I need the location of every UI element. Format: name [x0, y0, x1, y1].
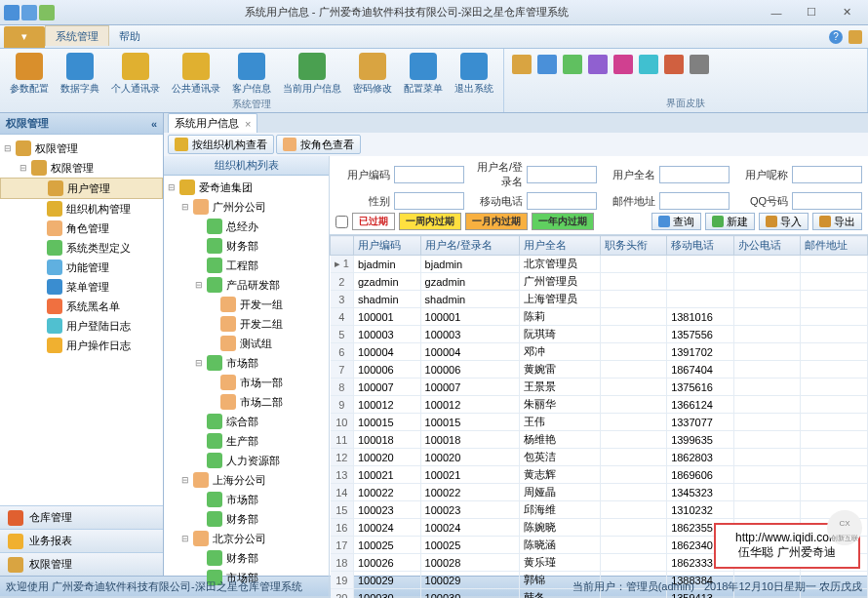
grid-header[interactable]: 移动电话	[667, 236, 734, 256]
org-tree-item[interactable]: 生产部	[166, 431, 327, 451]
quick-icon[interactable]	[39, 5, 55, 20]
org-tree-item[interactable]: ⊟爱奇迪集团	[166, 178, 327, 197]
expand-icon[interactable]: ⊟	[195, 358, 205, 368]
expand-icon[interactable]	[35, 262, 45, 272]
table-row[interactable]: 2gzadmingzadmin广州管理员	[331, 273, 868, 291]
nav-stack-item[interactable]: 仓库管理	[0, 505, 163, 529]
expand-icon[interactable]	[35, 282, 45, 292]
org-tree-item[interactable]: ⊟北京分公司	[166, 529, 327, 548]
org-tree-item[interactable]: 财务部	[166, 509, 327, 529]
ribbon-button[interactable]: 当前用户信息	[277, 51, 347, 98]
org-tree-item[interactable]: 开发二组	[166, 314, 327, 334]
view-tab[interactable]: 按组织机构查看	[168, 135, 274, 154]
expand-icon[interactable]	[195, 514, 205, 524]
org-tree-item[interactable]: ⊟广州分公司	[166, 197, 327, 217]
grid-header[interactable]	[331, 236, 354, 256]
action-button[interactable]: 新建	[705, 213, 755, 230]
expand-icon[interactable]	[195, 221, 205, 231]
table-row[interactable]: 5100003100003阮琪琦1357556	[331, 326, 868, 343]
table-row[interactable]: 4100001100001陈莉1381016	[331, 308, 868, 326]
org-tree-item[interactable]: 市场一部	[166, 373, 327, 392]
skin-icon[interactable]	[664, 55, 684, 74]
expand-icon[interactable]	[195, 241, 205, 251]
nav-tree-item[interactable]: ⊟权限管理	[0, 139, 163, 158]
table-row[interactable]: 7100006100006黄婉雷1867404	[331, 361, 868, 379]
filter-input[interactable]	[394, 166, 464, 183]
org-tree-item[interactable]: 工程部	[166, 256, 327, 275]
table-row[interactable]: 6100004100004邓冲1391702	[331, 343, 868, 361]
action-button[interactable]: 导出	[812, 213, 862, 230]
close-button[interactable]: ✕	[829, 3, 864, 22]
document-tab[interactable]: 系统用户信息 ×	[168, 113, 257, 133]
ribbon-button[interactable]: 客户信息	[226, 51, 277, 98]
collapse-icon[interactable]: «	[151, 118, 157, 130]
expand-icon[interactable]	[35, 301, 45, 311]
expand-icon[interactable]: ⊟	[181, 534, 191, 543]
filter-input[interactable]	[792, 192, 862, 210]
grid-header[interactable]: 用户名/登录名	[420, 236, 519, 256]
filter-input[interactable]	[394, 192, 464, 210]
menu-item[interactable]: 系统管理	[45, 25, 109, 46]
grid-header[interactable]: 邮件地址	[801, 236, 868, 256]
nav-tree-item[interactable]: 用户登陆日志	[0, 316, 163, 336]
close-tab-icon[interactable]: ×	[245, 118, 251, 130]
ribbon-button[interactable]: 个人通讯录	[105, 51, 166, 98]
org-tree-item[interactable]: 人力资源部	[166, 451, 327, 470]
ribbon-button[interactable]: 数据字典	[55, 51, 105, 98]
skin-icon[interactable]	[537, 55, 557, 74]
org-tree-item[interactable]: 市场部	[166, 490, 327, 509]
action-button[interactable]: 导入	[759, 213, 809, 230]
expand-icon[interactable]	[36, 183, 46, 193]
skin-icon[interactable]	[690, 55, 709, 74]
quick-icon[interactable]	[21, 5, 37, 20]
expand-icon[interactable]	[195, 456, 205, 465]
table-row[interactable]: 12100020100020包英洁1862803	[331, 449, 868, 466]
expand-icon[interactable]: ⊟	[181, 202, 191, 212]
expand-icon[interactable]: ⊟	[168, 182, 178, 192]
nav-tree-item[interactable]: 系统类型定义	[0, 238, 163, 258]
table-row[interactable]: 9100012100012朱丽华1366124	[331, 396, 868, 414]
filter-input[interactable]	[659, 192, 730, 210]
org-tree-item[interactable]: 综合部	[166, 412, 327, 431]
skin-icon[interactable]	[512, 55, 532, 74]
nav-stack-item[interactable]: 业务报表	[0, 529, 163, 552]
expand-icon[interactable]	[35, 204, 45, 214]
ribbon-button[interactable]: 退出系统	[449, 51, 499, 98]
expand-icon[interactable]	[209, 378, 218, 387]
org-tree-item[interactable]: 总经办	[166, 217, 327, 236]
expand-icon[interactable]	[209, 339, 218, 348]
skin-icon[interactable]	[639, 55, 658, 74]
expand-icon[interactable]: ⊟	[181, 475, 191, 485]
grid-header[interactable]: 办公电话	[733, 236, 801, 256]
org-tree-item[interactable]: ⊟市场部	[166, 353, 327, 373]
org-tree-item[interactable]: 测试组	[166, 334, 327, 353]
menu-item[interactable]: 帮助	[109, 26, 150, 46]
expand-icon[interactable]	[35, 340, 45, 350]
nav-tree-item[interactable]: 菜单管理	[0, 277, 163, 297]
expand-icon[interactable]	[35, 321, 45, 331]
expand-icon[interactable]	[35, 223, 45, 233]
filter-input[interactable]	[527, 192, 597, 210]
filter-input[interactable]	[792, 166, 862, 183]
skin-icon[interactable]	[588, 55, 608, 74]
expand-icon[interactable]	[209, 397, 218, 407]
table-row[interactable]: 3shadminshadmin上海管理员	[331, 291, 868, 308]
expand-icon[interactable]	[195, 417, 205, 426]
legend-checkbox[interactable]	[335, 216, 348, 228]
ribbon-button[interactable]: 配置菜单	[398, 51, 449, 98]
expand-icon[interactable]: ⊟	[4, 143, 14, 153]
org-tree-item[interactable]: ⊟产品研发部	[166, 275, 327, 295]
ribbon-button[interactable]: 密码修改	[347, 51, 398, 98]
nav-tree-item[interactable]: 角色管理	[0, 219, 163, 238]
table-row[interactable]: 14100022100022周娅晶1345323	[331, 484, 868, 501]
file-menu[interactable]: ▾	[4, 26, 45, 48]
nav-tree-item[interactable]: 用户操作日志	[0, 336, 163, 355]
nav-stack-item[interactable]: 权限管理	[0, 552, 163, 576]
table-row[interactable]: ▸ 1bjadminbjadmin北京管理员	[331, 256, 868, 273]
nav-tree-item[interactable]: 系统黑名单	[0, 297, 163, 316]
expand-icon[interactable]	[209, 319, 218, 329]
skin-icon[interactable]	[563, 55, 582, 74]
grid-header[interactable]: 职务头衔	[600, 236, 667, 256]
ribbon-button[interactable]: 公共通讯录	[166, 51, 226, 98]
nav-tree-item[interactable]: 功能管理	[0, 258, 163, 277]
